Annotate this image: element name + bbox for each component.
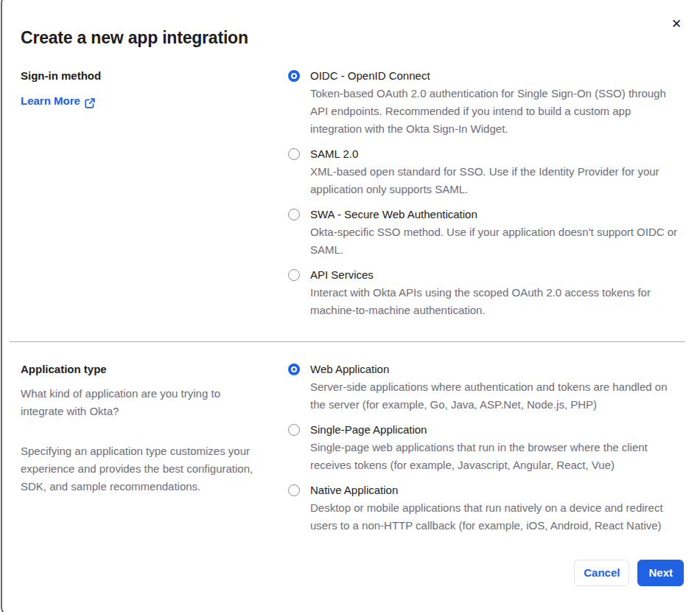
option-label-swa[interactable]: SWA - Secure Web Authentication [310, 206, 684, 223]
modal-footer: Cancel Next [0, 560, 700, 604]
option-label-oidc[interactable]: OIDC - OpenID Connect [310, 67, 684, 85]
modal-title: Create a new app integration [21, 27, 684, 49]
radio-option-native-application[interactable]: Native Application Desktop or mobile app… [288, 481, 684, 535]
application-type-label: Application type [21, 361, 266, 378]
signin-method-left-column: Sign-in method Learn More [21, 67, 288, 319]
option-description-web-application: Server-side applications where authentic… [310, 378, 684, 414]
option-description-swa: Okta-specific SSO method. Use if your ap… [310, 223, 684, 259]
application-type-help-text: Specifying an application type customize… [21, 442, 266, 495]
option-description-api-services: Interact with Okta APIs using the scoped… [310, 284, 684, 319]
radio-button-single-page-application[interactable] [288, 424, 300, 436]
option-label-native-application[interactable]: Native Application [310, 481, 684, 499]
radio-button-oidc[interactable] [288, 70, 300, 82]
radio-option-web-application[interactable]: Web Application Server-side applications… [288, 361, 684, 414]
option-body: Single-Page Application Single-page web … [310, 421, 684, 474]
external-link-icon [85, 96, 95, 106]
option-body: Web Application Server-side applications… [310, 361, 684, 414]
modal-header: Create a new app integration [0, 0, 700, 49]
radio-button-swa[interactable] [288, 209, 300, 220]
radio-option-api-services[interactable]: API Services Interact with Okta APIs usi… [288, 266, 684, 319]
option-label-saml[interactable]: SAML 2.0 [310, 145, 684, 163]
radio-button-native-application[interactable] [288, 484, 300, 496]
radio-button-saml[interactable] [288, 148, 300, 160]
application-type-left-column: Application type What kind of applicatio… [21, 361, 288, 535]
signin-method-label: Sign-in method [21, 67, 266, 85]
option-label-single-page-application[interactable]: Single-Page Application [310, 421, 684, 439]
application-type-section: Application type What kind of applicatio… [0, 361, 700, 535]
cancel-button[interactable]: Cancel [574, 560, 629, 586]
radio-button-api-services[interactable] [288, 269, 300, 281]
next-button[interactable]: Next [637, 560, 684, 586]
option-body: OIDC - OpenID Connect Token-based OAuth … [310, 67, 684, 138]
option-description-oidc: Token-based OAuth 2.0 authentication for… [310, 85, 684, 138]
application-type-options: Web Application Server-side applications… [288, 361, 684, 535]
signin-method-section: Sign-in method Learn More OIDC - OpenID … [0, 67, 700, 319]
radio-option-saml[interactable]: SAML 2.0 XML-based open standard for SSO… [288, 145, 684, 198]
radio-option-single-page-application[interactable]: Single-Page Application Single-page web … [288, 421, 684, 474]
radio-option-oidc[interactable]: OIDC - OpenID Connect Token-based OAuth … [288, 67, 684, 138]
radio-button-web-application[interactable] [288, 364, 300, 375]
learn-more-link[interactable]: Learn More [21, 92, 95, 110]
option-body: Native Application Desktop or mobile app… [310, 481, 684, 535]
learn-more-label: Learn More [21, 92, 80, 110]
option-description-single-page-application: Single-page web applications that run in… [310, 439, 684, 474]
option-body: API Services Interact with Okta APIs usi… [310, 266, 684, 319]
option-body: SWA - Secure Web Authentication Okta-spe… [310, 206, 684, 259]
option-description-native-application: Desktop or mobile applications that run … [310, 499, 684, 535]
option-label-web-application[interactable]: Web Application [310, 361, 684, 378]
section-divider [10, 341, 685, 342]
close-icon[interactable]: ✕ [668, 15, 685, 32]
option-description-saml: XML-based open standard for SSO. Use if … [310, 163, 684, 198]
option-body: SAML 2.0 XML-based open standard for SSO… [310, 145, 684, 198]
radio-option-swa[interactable]: SWA - Secure Web Authentication Okta-spe… [288, 206, 684, 259]
application-type-question: What kind of application are you trying … [21, 385, 266, 420]
option-label-api-services[interactable]: API Services [310, 266, 684, 284]
signin-method-options: OIDC - OpenID Connect Token-based OAuth … [288, 67, 684, 319]
